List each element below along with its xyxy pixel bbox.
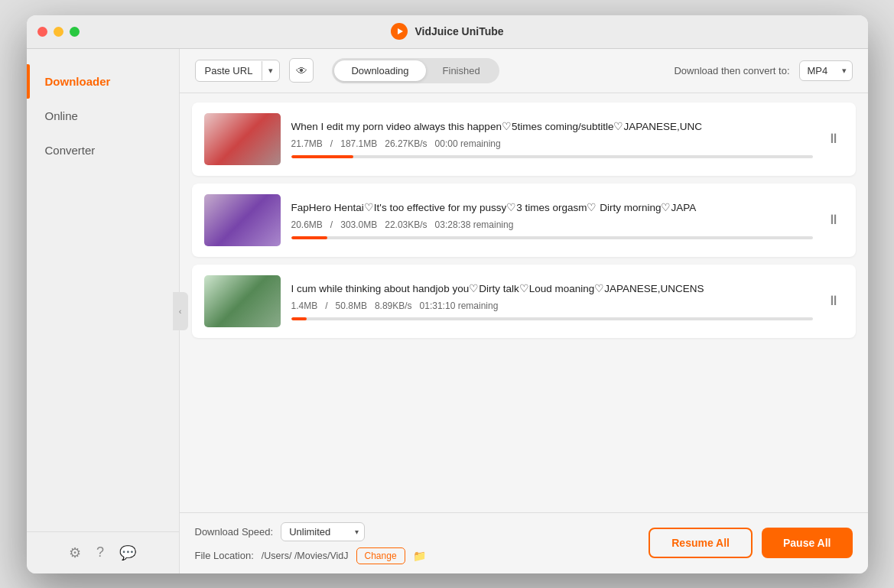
- pause-button[interactable]: ⏸: [824, 128, 844, 150]
- total-size: 50.8MB: [336, 300, 367, 311]
- thumb-image: [204, 194, 281, 246]
- item-info: I cum while thinking about handjob you♡D…: [291, 282, 813, 320]
- app-window: VidJuice UniTube Downloader Online Conve…: [27, 15, 868, 573]
- progress-bar-fill: [291, 236, 328, 239]
- item-stats: 21.7MB / 187.1MB 26.27KB/s 00:00 remaini…: [291, 138, 813, 149]
- pause-button[interactable]: ⏸: [824, 290, 844, 312]
- item-stats: 20.6MB / 303.0MB 22.03KB/s 03:28:38 rema…: [291, 219, 813, 230]
- sidebar-item-downloader[interactable]: Downloader: [27, 64, 179, 99]
- download-item: When I edit my porn video always this ha…: [192, 102, 856, 176]
- close-button[interactable]: [37, 27, 47, 37]
- remaining: 03:28:38 remaining: [435, 219, 514, 230]
- tab-downloading[interactable]: Downloading: [334, 60, 425, 81]
- total-size: 303.0MB: [340, 219, 377, 230]
- progress-bar-bg: [291, 236, 813, 239]
- paste-url-dropdown-icon[interactable]: ▾: [262, 61, 279, 80]
- sidebar-collapse-btn[interactable]: ‹: [173, 292, 188, 330]
- speed-select-wrapper: Unlimited 500 KB/s 1 MB/s 2 MB/s: [281, 522, 365, 541]
- convert-label: Download then convert to:: [674, 65, 789, 76]
- sidebar-item-label: Online: [45, 109, 78, 122]
- separator: /: [330, 219, 333, 230]
- speed: 26.27KB/s: [385, 138, 427, 149]
- file-location-label: File Location:: [195, 550, 254, 561]
- downloaded-size: 1.4MB: [291, 300, 318, 311]
- paste-url-label: Paste URL: [196, 60, 262, 81]
- speed: 8.89KB/s: [375, 300, 412, 311]
- progress-bar-fill: [291, 317, 307, 320]
- item-title: FapHero Hentai♡It's too effective for my…: [291, 201, 813, 213]
- chat-icon[interactable]: 💬: [119, 544, 136, 561]
- location-row: File Location: /Users/ /Movies/VidJ Chan…: [195, 547, 426, 564]
- thumbnail: [204, 275, 281, 327]
- separator: /: [325, 300, 327, 311]
- main-layout: Downloader Online Converter ⚙ ? 💬 ‹ Pas: [27, 49, 868, 573]
- chevron-left-icon: ‹: [179, 307, 182, 316]
- file-path-text: /Users/ /Movies/VidJ: [262, 551, 349, 561]
- downloaded-size: 20.6MB: [291, 219, 323, 230]
- help-icon[interactable]: ?: [96, 544, 104, 561]
- thumb-image: [204, 275, 281, 327]
- sidebar-bottom: ⚙ ? 💬: [27, 531, 179, 573]
- bottom-left: Download Speed: Unlimited 500 KB/s 1 MB/…: [195, 522, 426, 564]
- convert-format-wrapper: MP4 MP3 AVI MOV: [799, 60, 853, 81]
- progress-bar-bg: [291, 155, 813, 158]
- download-list: When I edit my porn video always this ha…: [180, 93, 868, 512]
- folder-icon[interactable]: 📁: [413, 550, 426, 562]
- speed-select[interactable]: Unlimited 500 KB/s 1 MB/s 2 MB/s: [281, 522, 365, 541]
- item-stats: 1.4MB / 50.8MB 8.89KB/s 01:31:10 remaini…: [291, 300, 813, 311]
- change-button[interactable]: Change: [356, 547, 405, 564]
- bottom-bar: Download Speed: Unlimited 500 KB/s 1 MB/…: [180, 512, 868, 573]
- speed-label: Download Speed:: [195, 526, 274, 538]
- remaining: 01:31:10 remaining: [420, 300, 499, 311]
- progress-bar-bg: [291, 317, 813, 320]
- speed-row: Download Speed: Unlimited 500 KB/s 1 MB/…: [195, 522, 426, 541]
- eye-icon: 👁: [296, 64, 307, 77]
- app-title-text: VidJuice UniTube: [414, 25, 503, 37]
- thumbnail: [204, 113, 281, 165]
- sidebar: Downloader Online Converter ⚙ ? 💬 ‹: [27, 49, 180, 573]
- progress-bar-fill: [291, 155, 354, 158]
- traffic-lights: [37, 27, 80, 37]
- item-info: When I edit my porn video always this ha…: [291, 120, 813, 158]
- sidebar-item-label: Downloader: [45, 75, 111, 88]
- sidebar-item-label: Converter: [45, 144, 96, 157]
- download-item: I cum while thinking about handjob you♡D…: [192, 265, 856, 338]
- content-area: Paste URL ▾ 👁 Downloading Finished Downl…: [180, 49, 868, 573]
- download-item: FapHero Hentai♡It's too effective for my…: [192, 184, 856, 257]
- pause-button[interactable]: ⏸: [824, 209, 844, 231]
- downloaded-size: 21.7MB: [291, 138, 323, 149]
- item-controls: ⏸: [824, 290, 844, 312]
- sidebar-item-converter[interactable]: Converter: [27, 133, 179, 167]
- item-controls: ⏸: [824, 128, 844, 150]
- sidebar-item-online[interactable]: Online: [27, 99, 179, 133]
- minimize-button[interactable]: [54, 27, 63, 37]
- toolbar: Paste URL ▾ 👁 Downloading Finished Downl…: [180, 49, 868, 93]
- maximize-button[interactable]: [70, 27, 80, 37]
- tab-finished[interactable]: Finished: [426, 60, 497, 81]
- pause-all-button[interactable]: Pause All: [762, 528, 853, 558]
- thumb-image: [204, 113, 281, 165]
- thumbnail: [204, 194, 281, 246]
- remaining: 00:00 remaining: [435, 138, 501, 149]
- tab-toggle: Downloading Finished: [332, 58, 499, 83]
- resume-all-button[interactable]: Resume All: [649, 528, 753, 558]
- titlebar: VidJuice UniTube: [27, 15, 868, 49]
- total-size: 187.1MB: [340, 138, 377, 149]
- bottom-right: Resume All Pause All: [649, 528, 852, 558]
- app-title: VidJuice UniTube: [390, 22, 503, 41]
- eye-button[interactable]: 👁: [289, 58, 314, 83]
- item-controls: ⏸: [824, 209, 844, 231]
- item-title: I cum while thinking about handjob you♡D…: [291, 282, 813, 294]
- speed: 22.03KB/s: [385, 219, 427, 230]
- paste-url-button[interactable]: Paste URL ▾: [195, 60, 281, 82]
- separator: /: [330, 138, 333, 149]
- item-info: FapHero Hentai♡It's too effective for my…: [291, 201, 813, 239]
- item-title: When I edit my porn video always this ha…: [291, 120, 813, 132]
- convert-format-select[interactable]: MP4 MP3 AVI MOV: [799, 60, 853, 81]
- app-logo-icon: [390, 22, 408, 41]
- settings-icon[interactable]: ⚙: [69, 544, 81, 561]
